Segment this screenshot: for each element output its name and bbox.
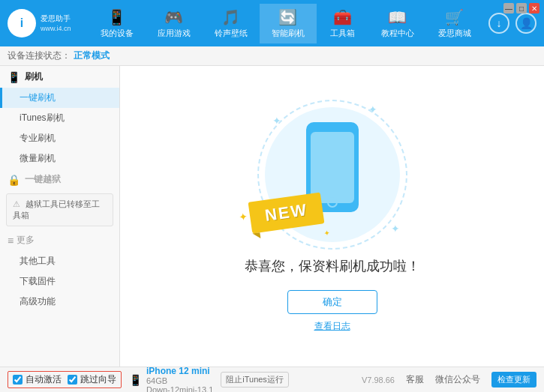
nav-apps-games-label: 应用游戏 [158, 28, 191, 39]
bottom-left: 自动激活 跳过向导 📱 iPhone 12 mini 64GB Down-12m… [8, 366, 289, 393]
revisit-log-link[interactable]: 查看日志 [314, 320, 350, 333]
checkbox-group: 自动激活 跳过向导 [8, 371, 122, 388]
nav-smart-flash-label: 智能刷机 [272, 28, 305, 39]
logo-text: 爱思助手 www.i4.cn [41, 13, 71, 34]
sidebar-item-download-firmware[interactable]: 下载固件 [0, 271, 119, 292]
device-name: iPhone 12 mini [146, 366, 213, 376]
skip-wizard-checkbox[interactable]: 跳过向导 [68, 373, 116, 386]
device-info: 📱 iPhone 12 mini 64GB Down-12mini-13,1 [129, 366, 213, 393]
nav-apps-games[interactable]: 🎮 应用游戏 [146, 4, 203, 43]
sidebar-item-other-tools[interactable]: 其他工具 [0, 251, 119, 271]
jailbreak-notice-icon: ⚠ [13, 199, 20, 208]
status-label: 设备连接状态： [8, 49, 71, 62]
apps-games-icon: 🎮 [164, 8, 183, 26]
flash-section-icon: 📱 [8, 71, 20, 83]
nav-apple-store[interactable]: 🛒 爱思商城 [426, 4, 483, 43]
nav-toolbox[interactable]: 🧰 工具箱 [317, 4, 369, 43]
jailbreak-section-icon: 🔒 [8, 174, 20, 186]
close-button[interactable]: ✕ [529, 3, 539, 13]
minimize-button[interactable]: — [503, 3, 514, 13]
sidebar-item-micro-flash[interactable]: 微量刷机 [0, 148, 119, 169]
customer-service-link[interactable]: 客服 [406, 373, 424, 386]
wechat-official-link[interactable]: 微信公众号 [435, 373, 480, 386]
nav-bar: 📱 我的设备 🎮 应用游戏 🎵 铃声壁纸 🔄 智能刷机 🧰 工具箱 📖 教程中心… [83, 4, 488, 43]
success-illustration: ✦ ✦ ✦ ✦ NEW ✦ [257, 100, 407, 250]
nav-my-device-label: 我的设备 [101, 28, 134, 39]
banner-star-left: ✦ [238, 210, 248, 223]
stop-itunes-button[interactable]: 阻止iTunes运行 [221, 372, 289, 388]
sidebar-item-itunes-flash[interactable]: iTunes刷机 [0, 108, 119, 128]
bottom-right: V7.98.66 客服 微信公众号 检查更新 [362, 372, 536, 388]
nav-toolbox-label: 工具箱 [330, 28, 355, 39]
jailbreak-section-label: 一键越狱 [25, 173, 61, 186]
sidebar-section-jailbreak: 🔒 一键越狱 [0, 169, 119, 190]
top-bar: — □ ✕ i 爱思助手 www.i4.cn 📱 我的设备 🎮 应用游戏 🎵 铃… [0, 0, 544, 46]
sidebar: 📱 刷机 一键刷机 iTunes刷机 专业刷机 微量刷机 🔒 一键越狱 ⚠ 越狱… [0, 66, 120, 367]
download-button[interactable]: ↓ [488, 13, 509, 34]
flash-section-label: 刷机 [25, 70, 43, 83]
device-version: Down-12mini-13,1 [146, 385, 213, 393]
skip-wizard-label: 跳过向导 [80, 373, 116, 386]
auto-start-input[interactable] [13, 375, 23, 385]
logo-initials: i [20, 16, 23, 30]
sidebar-section-flash: 📱 刷机 [0, 66, 119, 88]
sparkle-2: ✦ [368, 103, 377, 115]
auto-start-checkbox[interactable]: 自动激活 [13, 373, 62, 386]
nav-ringtones-label: 铃声壁纸 [215, 28, 248, 39]
device-details: iPhone 12 mini 64GB Down-12mini-13,1 [146, 366, 213, 393]
skip-wizard-input[interactable] [68, 375, 77, 385]
device-icon: 📱 [129, 374, 142, 386]
sidebar-item-pro-flash[interactable]: 专业刷机 [0, 128, 119, 148]
smart-flash-icon: 🔄 [278, 8, 297, 26]
ringtones-icon: 🎵 [221, 8, 240, 26]
check-update-button[interactable]: 检查更新 [491, 372, 536, 388]
nav-apple-store-label: 爱思商城 [438, 28, 471, 39]
window-controls: — □ ✕ [503, 3, 539, 13]
apple-store-icon: 🛒 [445, 8, 464, 26]
tutorial-icon: 📖 [388, 8, 407, 26]
main-layout: 📱 刷机 一键刷机 iTunes刷机 专业刷机 微量刷机 🔒 一键越狱 ⚠ 越狱… [0, 66, 544, 367]
nav-smart-flash[interactable]: 🔄 智能刷机 [260, 4, 317, 43]
phone-home-button [327, 197, 338, 208]
toolbox-icon: 🧰 [333, 8, 352, 26]
nav-tutorial-label: 教程中心 [381, 28, 414, 39]
new-label: NEW [263, 200, 308, 225]
bottom-bar: 自动激活 跳过向导 📱 iPhone 12 mini 64GB Down-12m… [0, 367, 544, 392]
banner-star-right: ✦ [323, 229, 329, 238]
maximize-button[interactable]: □ [516, 3, 527, 13]
main-content: ✦ ✦ ✦ ✦ NEW ✦ 恭喜您，保资料刷机成功啦！ 确定 查看日志 [120, 66, 544, 367]
nav-my-device[interactable]: 📱 我的设备 [89, 4, 146, 43]
logo-area: i 爱思助手 www.i4.cn [8, 9, 83, 37]
my-device-icon: 📱 [107, 8, 126, 26]
status-bar: 设备连接状态： 正常模式 [0, 46, 544, 66]
auto-start-label: 自动激活 [26, 373, 62, 386]
confirm-button[interactable]: 确定 [287, 290, 377, 314]
more-section-label: 更多 [17, 234, 35, 247]
sidebar-section-more: 更多 [0, 229, 119, 251]
top-right-actions: ↓ 👤 [488, 13, 536, 34]
sidebar-item-one-click-flash[interactable]: 一键刷机 [0, 88, 119, 108]
sidebar-item-advanced[interactable]: 高级功能 [0, 292, 119, 312]
device-storage: 64GB [146, 376, 213, 385]
sparkle-1: ✦ [272, 115, 281, 127]
status-value: 正常模式 [74, 49, 110, 62]
jailbreak-notice: ⚠ 越狱工具已转移至工具箱 [6, 193, 113, 226]
nav-tutorial[interactable]: 📖 教程中心 [369, 4, 426, 43]
version-text: V7.98.66 [362, 376, 395, 385]
nav-ringtones[interactable]: 🎵 铃声壁纸 [203, 4, 260, 43]
jailbreak-notice-text: 越狱工具已转移至工具箱 [13, 199, 100, 220]
success-message: 恭喜您，保资料刷机成功啦！ [245, 257, 420, 275]
sparkle-3: ✦ [391, 223, 400, 235]
user-button[interactable]: 👤 [515, 13, 536, 34]
logo-icon: i [8, 9, 36, 37]
